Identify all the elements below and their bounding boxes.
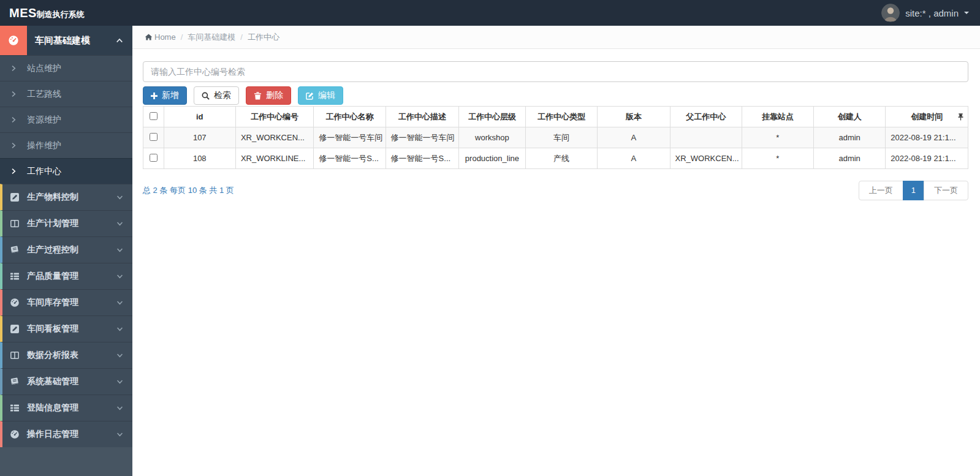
- cell-type: 车间: [525, 127, 597, 148]
- row-select-checkbox[interactable]: [150, 133, 158, 141]
- sidebar-subitem-operation-maintenance[interactable]: 操作维护: [0, 132, 132, 158]
- caret-down-icon: [964, 12, 969, 14]
- pin-icon[interactable]: [958, 113, 963, 121]
- pencil-square-icon: [2, 324, 27, 334]
- chevron-right-icon: [0, 65, 27, 72]
- breadcrumb-separator: /: [181, 32, 183, 42]
- cell-station: *: [742, 148, 813, 169]
- sidebar-item-login-info-management[interactable]: 登陆信息管理: [0, 395, 132, 421]
- cell-version: A: [598, 148, 670, 169]
- select-all-checkbox[interactable]: [150, 112, 158, 120]
- breadcrumb-level1[interactable]: 车间基础建模: [188, 32, 235, 43]
- logo-text-primary: MES: [9, 6, 37, 20]
- gauge-icon: [2, 298, 27, 308]
- chevron-down-icon: [116, 247, 123, 252]
- sidebar-item-label: 生产过程控制: [27, 244, 116, 255]
- sidebar-item-data-analysis-report[interactable]: 数据分析报表: [0, 342, 132, 368]
- edit-button-label: 编辑: [318, 90, 335, 101]
- book-icon: [2, 245, 27, 255]
- column-header: 工作中心编号: [235, 107, 313, 127]
- cell-created-time: 2022-08-19 21:1...: [886, 127, 968, 148]
- next-page-button[interactable]: 下一页: [924, 181, 968, 200]
- search-icon: [202, 92, 210, 100]
- sidebar-item-workshop-modeling[interactable]: 车间基础建模: [0, 26, 132, 55]
- breadcrumb-current: 工作中心: [248, 32, 279, 43]
- sidebar-item-label: 系统基础管理: [27, 376, 116, 387]
- sidebar-item-label: 产品质量管理: [27, 271, 116, 282]
- sidebar-item-label: 车间基础建模: [27, 26, 116, 55]
- sidebar-item-operation-log-management[interactable]: 操作日志管理: [0, 421, 132, 447]
- chevron-down-icon: [116, 221, 123, 226]
- delete-button-label: 删除: [266, 90, 283, 101]
- sidebar-item-production-process-control[interactable]: 生产过程控制: [0, 236, 132, 263]
- logo-text-suffix: 制造执行系统: [37, 9, 85, 20]
- chevron-right-icon: [0, 91, 27, 97]
- chevron-down-icon: [116, 195, 123, 200]
- th-list-icon: [2, 403, 27, 413]
- sidebar-subitem-label: 工作中心: [27, 166, 61, 177]
- breadcrumb-home[interactable]: Home: [145, 32, 176, 42]
- columns-icon: [2, 219, 27, 229]
- add-button[interactable]: 新增: [143, 86, 187, 105]
- cell-station: *: [742, 127, 813, 148]
- search-button-label: 检索: [214, 90, 231, 101]
- plus-icon: [151, 93, 158, 99]
- edit-button[interactable]: 编辑: [298, 86, 343, 105]
- sidebar-subitem-process-route[interactable]: 工艺路线: [0, 81, 132, 107]
- sidebar-item-workshop-inventory-management[interactable]: 车间库存管理: [0, 289, 132, 315]
- pagination-row: 总 2 条 每页 10 条 共 1 页 上一页 1 下一页: [143, 181, 968, 200]
- chevron-right-icon: [0, 142, 27, 149]
- chevron-down-icon: [116, 353, 123, 358]
- sidebar-subitem-resource-maintenance[interactable]: 资源维护: [0, 107, 132, 132]
- trash-icon: [254, 92, 262, 100]
- table-row: 108 XR_WORKLINE... 修一智能一号S... 修一智能一号S...…: [143, 148, 968, 169]
- sidebar-item-product-quality-management[interactable]: 产品质量管理: [0, 263, 132, 289]
- column-header: 工作中心类型: [525, 107, 597, 127]
- search-button[interactable]: 检索: [194, 86, 239, 105]
- cell-creator: admin: [814, 127, 886, 148]
- breadcrumb-separator: /: [240, 32, 243, 42]
- sidebar-item-production-plan-management[interactable]: 生产计划管理: [0, 210, 132, 236]
- sidebar-subitem-work-center[interactable]: 工作中心: [0, 158, 132, 184]
- column-header: 工作中心层级: [458, 107, 525, 127]
- sidebar-item-label: 数据分析报表: [27, 350, 116, 361]
- chevron-right-icon: [0, 168, 27, 175]
- chevron-down-icon: [116, 406, 123, 410]
- column-header: 创建人: [814, 107, 886, 127]
- sidebar-item-label: 操作日志管理: [27, 429, 116, 440]
- column-header: 父工作中心: [670, 107, 742, 127]
- column-header: 工作中心名称: [314, 107, 386, 127]
- prev-page-button[interactable]: 上一页: [859, 181, 903, 200]
- search-input[interactable]: [143, 61, 968, 82]
- gauge-icon: [2, 429, 27, 439]
- app-logo: MES 制造执行系统: [0, 6, 132, 20]
- sidebar-item-production-material-control[interactable]: 生产物料控制: [0, 184, 132, 210]
- sidebar-item-workshop-kanban-management[interactable]: 车间看板管理: [0, 315, 132, 342]
- sidebar-item-label: 车间看板管理: [27, 323, 116, 334]
- sidebar-subitem-station-maintenance[interactable]: 站点维护: [0, 55, 132, 81]
- cell-parent: XR_WORKCEN...: [670, 148, 742, 169]
- chevron-down-icon: [116, 300, 123, 305]
- row-select-checkbox[interactable]: [150, 154, 158, 162]
- cell-level: workshop: [458, 127, 525, 148]
- cell-version: A: [598, 127, 670, 148]
- sidebar-item-system-basic-management[interactable]: 系统基础管理: [0, 368, 132, 395]
- column-header: 挂靠站点: [742, 107, 813, 127]
- user-menu[interactable]: site:* , admin: [881, 4, 980, 22]
- cell-description: 修一智能一号车间: [386, 127, 458, 148]
- chevron-down-icon: [116, 379, 123, 384]
- columns-icon: [2, 350, 27, 360]
- table-header-row: id 工作中心编号 工作中心名称 工作中心描述 工作中心层级 工作中心类型 版本…: [143, 107, 968, 127]
- sidebar-item-label: 生产计划管理: [27, 218, 116, 229]
- toolbar: 新增 检索 删除 编辑: [143, 86, 968, 105]
- page-1-button[interactable]: 1: [903, 181, 924, 200]
- pencil-square-icon: [2, 192, 27, 202]
- column-header: id: [164, 107, 235, 127]
- sidebar-subitem-label: 资源维护: [27, 115, 61, 126]
- top-header-bar: MES 制造执行系统 site:* , admin: [0, 0, 980, 26]
- book-icon: [2, 377, 27, 387]
- delete-button[interactable]: 删除: [246, 86, 291, 105]
- th-list-icon: [2, 271, 27, 281]
- pagination: 上一页 1 下一页: [859, 181, 968, 200]
- chevron-down-icon: [116, 327, 123, 331]
